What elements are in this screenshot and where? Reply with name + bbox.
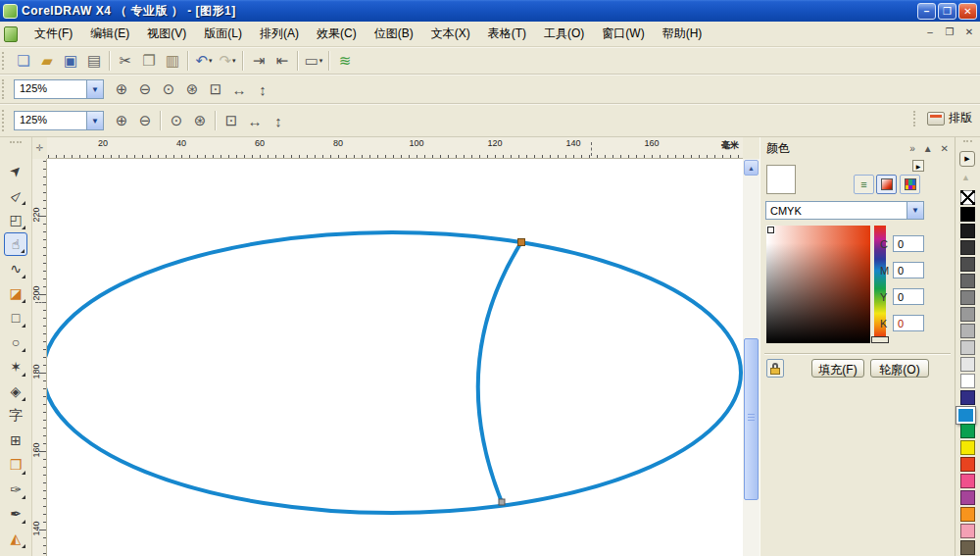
lock-button[interactable] — [766, 359, 784, 378]
palette-swatch[interactable] — [960, 307, 975, 322]
color-field-marker[interactable] — [767, 227, 774, 233]
docker-collapse-icon[interactable]: ▲ — [923, 143, 933, 154]
outline-pen-tool[interactable]: ✒ — [4, 502, 27, 526]
docker-expand-icon[interactable]: » — [909, 143, 915, 154]
redo-icon[interactable]: ↷▾ — [216, 50, 239, 72]
eyedropper-tool[interactable]: ✑ — [4, 478, 27, 501]
menu-file[interactable]: 文件(F) — [25, 22, 81, 46]
blue-ellipse-shape[interactable] — [47, 232, 741, 513]
channel-input-c[interactable]: 0 — [893, 235, 924, 252]
palette-swatch[interactable] — [960, 224, 975, 238]
toolbar-grip[interactable] — [2, 110, 9, 131]
channel-input-y[interactable]: 0 — [893, 288, 924, 305]
graph-paper-icon[interactable]: ≋ — [333, 50, 357, 72]
palette-swatch[interactable] — [960, 357, 975, 372]
zoom-out-icon[interactable]: ⊖ — [133, 110, 157, 131]
menu-effects[interactable]: 效果(C) — [308, 22, 366, 46]
print-icon[interactable]: ▤ — [82, 50, 106, 72]
menu-window[interactable]: 窗口(W) — [593, 22, 653, 46]
child-close-button[interactable]: ✕ — [962, 26, 976, 37]
polygon-tool[interactable]: ✶ — [4, 355, 27, 379]
smart-fill-tool[interactable]: ◪ — [4, 281, 27, 305]
color-sliders-button[interactable]: ≡ — [854, 175, 874, 194]
palette-scroll-up-icon[interactable]: ▲ — [961, 173, 970, 182]
palette-swatch[interactable] — [960, 390, 975, 405]
current-color-swatch[interactable] — [766, 165, 796, 194]
palette-swatch[interactable] — [960, 540, 975, 555]
channel-input-m[interactable]: 0 — [893, 262, 924, 278]
menu-layout[interactable]: 版面(L) — [195, 22, 251, 46]
interactive-blend-tool[interactable]: ❒ — [4, 453, 27, 477]
color-model-select[interactable]: CMYK ▼ — [765, 201, 924, 220]
blue-curve-shape[interactable] — [478, 242, 521, 502]
child-restore-button[interactable]: ❐ — [943, 26, 956, 37]
crop-tool[interactable]: ◰ — [4, 208, 27, 231]
zoom-in-icon[interactable]: ⊕ — [110, 78, 133, 100]
zoom-page-height-icon[interactable]: ↕ — [251, 78, 274, 100]
hue-slider-handle[interactable] — [871, 336, 889, 343]
palette-swatch[interactable] — [960, 257, 975, 272]
menu-arrange[interactable]: 排列(A) — [251, 22, 308, 46]
freehand-tool[interactable]: ∿ — [4, 257, 27, 280]
palette-swatch[interactable] — [960, 474, 975, 488]
drawing-canvas[interactable] — [47, 159, 743, 556]
toolbar-grip[interactable] — [913, 111, 920, 126]
zoom-level-combo-2[interactable]: 125% ▼ — [14, 111, 104, 130]
minimize-button[interactable]: – — [917, 3, 936, 20]
restore-button[interactable]: ❐ — [938, 3, 956, 20]
table-tool[interactable]: ⊞ — [4, 429, 27, 452]
palette-swatch[interactable] — [960, 290, 975, 305]
chevron-down-icon[interactable]: ▼ — [86, 112, 103, 129]
palette-swatch[interactable] — [956, 407, 975, 424]
export-icon[interactable]: ⇤ — [270, 50, 294, 72]
rectangle-tool[interactable]: □ — [4, 306, 27, 329]
menu-text[interactable]: 文本(X) — [422, 22, 479, 46]
toolbar-grip[interactable] — [2, 52, 9, 70]
basic-shapes-tool[interactable]: ◈ — [4, 379, 27, 403]
paste-icon[interactable]: ▥ — [161, 50, 184, 72]
palette-swatch[interactable] — [960, 324, 975, 338]
palette-swatch[interactable] — [960, 507, 975, 522]
zoom-all-objects-icon[interactable]: ⊛ — [188, 110, 212, 131]
no-color-swatch[interactable] — [960, 190, 975, 205]
text-tool[interactable]: 字 — [4, 404, 27, 428]
docker-close-icon[interactable]: ✕ — [941, 143, 949, 154]
save-icon[interactable]: ▣ — [59, 50, 82, 72]
zoom-page-height-icon[interactable]: ↕ — [267, 110, 290, 131]
color-viewers-button[interactable] — [876, 175, 897, 194]
zoom-selected-icon[interactable]: ⊙ — [165, 110, 188, 131]
zoom-to-page-icon[interactable]: ⊡ — [204, 78, 227, 100]
shape-tool[interactable]: ▻ — [4, 183, 27, 207]
child-minimize-button[interactable]: – — [923, 26, 937, 37]
palette-flyout-icon[interactable]: ▶ — [959, 151, 975, 167]
cut-icon[interactable]: ✂ — [114, 50, 137, 72]
chevron-down-icon[interactable]: ▼ — [906, 202, 923, 219]
import-icon[interactable]: ⇥ — [247, 50, 270, 72]
app-launcher-icon[interactable]: ▭▾ — [302, 50, 325, 72]
drawing-surface[interactable] — [47, 159, 743, 556]
new-icon[interactable]: ❏ — [12, 50, 35, 72]
palette-grip[interactable] — [963, 140, 972, 148]
palette-swatch[interactable] — [960, 207, 975, 222]
fill-tool[interactable]: ◭ — [4, 527, 27, 550]
scrollbar-thumb[interactable] — [744, 338, 759, 500]
menu-bitmaps[interactable]: 位图(B) — [366, 22, 422, 46]
vertical-scrollbar[interactable]: ▲ — [743, 159, 760, 556]
curve-node[interactable] — [499, 499, 505, 505]
docker-flyout-icon[interactable]: ▶ — [912, 160, 924, 172]
toolbox-grip[interactable] — [10, 141, 22, 151]
copy-icon[interactable]: ❐ — [137, 50, 161, 72]
pick-tool[interactable]: ➤ — [4, 159, 27, 182]
menu-tools[interactable]: 工具(O) — [535, 22, 593, 46]
outline-button[interactable]: 轮廓(O) — [870, 359, 929, 378]
zoom-all-objects-icon[interactable]: ⊛ — [180, 78, 204, 100]
hand-tool[interactable]: ☝ — [4, 232, 27, 256]
menu-view[interactable]: 视图(V) — [138, 22, 195, 46]
title-bar[interactable]: CorelDRAW X4 （ 专业版 ） - [图形1] –❐✕ — [0, 0, 980, 22]
palette-swatch[interactable] — [960, 490, 975, 505]
ellipse-tool[interactable]: ○ — [4, 330, 27, 354]
layout-docker-button[interactable]: 排版 — [911, 110, 972, 126]
palette-swatch[interactable] — [960, 240, 975, 255]
fill-button[interactable]: 填充(F) — [811, 359, 864, 378]
zoom-in-icon[interactable]: ⊕ — [110, 110, 133, 131]
